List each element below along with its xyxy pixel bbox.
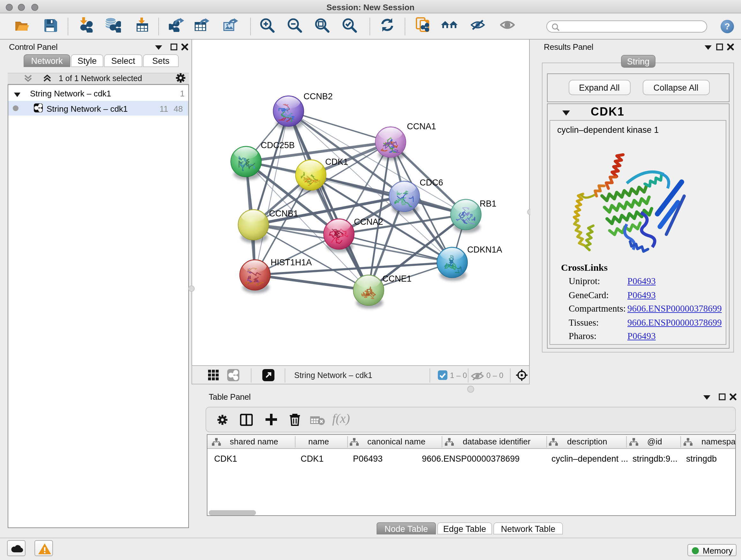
svg-text:CCNE1: CCNE1 [382,274,412,284]
svg-text:CCNA2: CCNA2 [354,217,383,227]
svg-text:CCNA1: CCNA1 [407,122,436,131]
svg-text:CDC25B: CDC25B [261,140,295,150]
svg-text:CDC6: CDC6 [420,178,443,187]
svg-text:HIST1H1A: HIST1H1A [271,258,312,267]
svg-text:CCNB2: CCNB2 [304,91,333,101]
svg-text:RB1: RB1 [480,199,496,208]
svg-text:CCNB1: CCNB1 [269,209,298,219]
svg-text:CDKN1A: CDKN1A [467,245,502,254]
svg-text:CDK1: CDK1 [325,157,348,167]
